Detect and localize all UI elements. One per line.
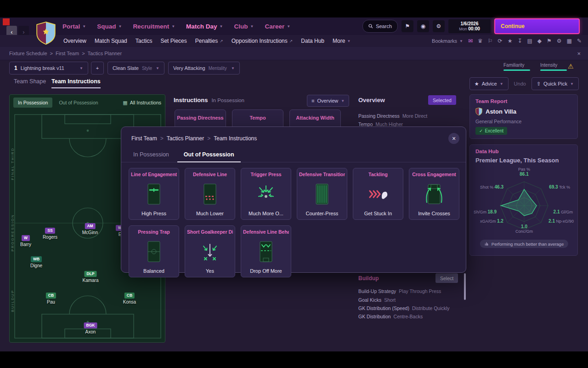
buildup-row: Build-Up StrategyPlay Through Press [358,288,441,294]
pitch-player-kamara[interactable]: DLP Kamara [82,271,98,283]
crumb-tactics-planner[interactable]: Tactics Planner [88,51,122,56]
intensity-meter[interactable]: Intensity [540,63,567,71]
subnav-set-pieces[interactable]: Set Pieces [160,38,187,44]
modal-close-button[interactable]: × [448,133,459,144]
style-selector[interactable]: Clean Slate Style ▼ [107,62,164,75]
instruction-card-defensive-transition[interactable]: Defensive Transition Counter-Press [297,168,347,220]
instruction-card-defensive-line-behaviour[interactable]: Defensive Line Behavio Drop Off More [241,225,291,277]
tactic-selector[interactable]: 1 Lightning break v11 ▼ [9,62,88,75]
undo-button[interactable]: Undo [514,81,526,86]
subnav-opposition-instructions[interactable]: Opposition Instructions↗ [232,38,293,44]
subnav-data-hub[interactable]: Data Hub [301,38,324,44]
tab-team-instructions[interactable]: Team Instructions [51,78,101,88]
game-datetime: 1/6/2026 Mon 00:00 [448,19,491,33]
defensive-line-icon [197,181,223,207]
crumb-team-instructions[interactable]: Team Instructions [214,135,257,142]
subnav-more[interactable]: More▼ [333,38,351,44]
instruction-card-trigger-press[interactable]: Trigger Press Much More O... [241,168,291,220]
club-crest [36,21,56,45]
modal-tab-in-possession[interactable]: In Possession [127,148,175,162]
team-report-club[interactable]: Aston Villa [475,108,516,115]
settings-icon[interactable]: ⚙ [557,38,562,44]
close-icon[interactable]: × [577,50,581,57]
player-name: Barry [20,242,31,247]
whistle-icon: ◉ [421,23,425,29]
defensive-transition-icon [309,181,335,207]
subnav-penalties[interactable]: Penalties↗ [195,38,223,44]
pitch-player-barry[interactable]: W Barry [20,235,31,247]
crumb-tactics-planner[interactable]: Tactics Planner [167,135,204,142]
award-icon[interactable]: ★ [508,38,513,44]
toggle-in-possession[interactable]: In Possession [13,98,52,108]
pitch-player-konsa[interactable]: CB Konsa [123,293,136,305]
download-icon[interactable]: ↧ [517,38,522,44]
team-report-panel: Team Report Aston Villa General Performa… [469,94,578,139]
view-mode-dropdown[interactable]: ≡ Overview ▼ [307,95,349,107]
advice-button[interactable]: ★Advice▼ [469,77,509,90]
pitch-player-mcginn[interactable]: AM McGinn [82,223,98,235]
messages-icon[interactable]: ✉ [468,38,473,44]
preferences-button[interactable]: ⚙ [433,20,445,32]
zone-label-progression: PROGRESSION [11,214,15,252]
pitch-player-pau[interactable]: CB Pau [46,293,56,305]
club-icon[interactable]: ⚐ [488,38,493,44]
sync-icon[interactable]: ⟳ [498,38,503,44]
bookmark-flag-button[interactable]: ⚑ [401,20,413,32]
familiarity-meter[interactable]: Familiarity [503,63,530,71]
data-hub-panel: Data Hub Premier League, This Season Pas… [469,144,578,256]
crumb-fixture-schedule[interactable]: Fixture Schedule [9,51,47,56]
main-nav: Portal▼ Squad▼ Recruitment▼ Match Day▼ C… [62,17,290,35]
report-icon[interactable]: ▤ [527,38,532,44]
instruction-card-short-gk-distribution[interactable]: Short Goalkeeper Distr Yes [185,225,235,277]
nav-match-day[interactable]: Match Day▼ [186,23,223,30]
all-instructions-button[interactable]: ▦ All Instructions [123,100,161,106]
notes-icon[interactable]: ✎ [577,38,582,44]
flag-icon[interactable]: ⚑ [547,38,552,44]
match-button[interactable]: ◉ [417,20,429,32]
subnav-overview[interactable]: Overview [63,38,86,44]
selected-button[interactable]: Selected [428,95,456,105]
instruction-card-line-of-engagement[interactable]: Line of Engagement High Press [129,168,179,220]
position-badge: CB [124,293,135,299]
position-badge: CB [46,293,56,299]
bookmarks-dropdown[interactable]: Bookmarks▼ [432,38,463,44]
competition-icon[interactable]: ♛ [478,38,483,44]
chevron-down-icon: ▼ [459,39,463,43]
nav-recruitment[interactable]: Recruitment▼ [133,23,175,30]
calendar-icon[interactable]: ▦ [567,38,572,44]
nav-portal[interactable]: Portal▼ [62,23,86,30]
chevron-down-icon: ▼ [171,24,175,29]
instruction-card-tackling[interactable]: Tackling Get Stuck In [353,168,403,220]
player-name: Pau [47,299,55,305]
chevron-down-icon: ▼ [156,66,159,70]
nav-squad[interactable]: Squad▼ [97,23,122,30]
nav-career[interactable]: Career▼ [265,23,290,30]
instruction-card-pressing-trap[interactable]: Pressing Trap Balanced [129,225,179,277]
pitch-player-rogers[interactable]: SS Rogers [43,228,57,240]
finance-icon[interactable]: ◆ [537,38,542,44]
pitch-player-digne[interactable]: WB Digne [30,256,42,268]
subnav-match-squad[interactable]: Match Squad [95,38,127,44]
quick-pick-button[interactable]: ⇧Quick Pick▼ [531,77,579,90]
tab-team-shape[interactable]: Team Shape [14,78,46,87]
screen: ‹ › Portal▼ Squad▼ Recruitment▼ Match Da… [0,0,588,368]
overview-section-title: Overview [358,97,385,104]
instruction-card-cross-engagement[interactable]: Cross Engagement Invite Crosses [409,168,459,220]
instruction-card-defensive-line[interactable]: Defensive Line Much Lower [185,168,235,220]
crumb-first-team[interactable]: First Team [56,51,79,56]
toggle-out-of-possession[interactable]: Out of Possession [54,98,102,108]
add-tactic-button[interactable]: + [91,62,104,75]
modal-tab-out-of-possession[interactable]: Out of Possession [177,148,241,162]
continue-button[interactable]: Continue [494,18,580,34]
performance-note-badge: Performing much better than average [480,240,568,248]
mentality-selector[interactable]: Very Attacking Mentality ▼ [168,62,240,75]
position-badge: SS [45,228,55,234]
nav-club[interactable]: Club▼ [234,23,254,30]
chevron-down-icon: ▼ [118,24,122,29]
rating-badge: ✓Excellent [475,127,507,135]
crumb-first-team[interactable]: First Team [131,135,157,142]
stat-shot: Shot % 46.3 [480,184,503,190]
pitch-player-goalkeeper[interactable]: BGK Axon [84,322,97,334]
subnav-tactics[interactable]: Tactics [136,38,153,44]
search-button[interactable]: Search [362,20,398,33]
